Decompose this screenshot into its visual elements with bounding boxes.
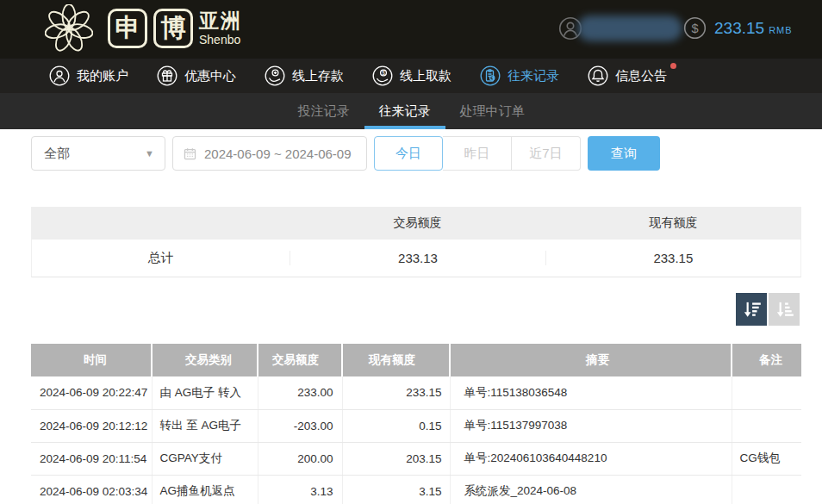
cell-amount: 233.00	[258, 376, 342, 409]
records-icon	[480, 65, 501, 86]
table-header-row: 时间 交易类别 交易额度 现有额度 摘要 备注	[31, 344, 801, 376]
type-select-value: 全部	[44, 146, 70, 162]
user-icon	[49, 65, 70, 86]
table-row: 2024-06-09 20:12:12 转出 至 AG电子 -203.00 0.…	[31, 409, 801, 442]
summary-total-row: 总计 233.13 233.15	[31, 240, 801, 277]
main-nav: 我的账户 优惠中心 线上存款	[0, 59, 822, 93]
yesterday-button[interactable]: 昨日	[443, 136, 512, 171]
nav-my-account[interactable]: 我的账户	[49, 65, 128, 86]
balance-amount: 233.15	[714, 19, 764, 38]
withdraw-icon: $	[372, 65, 393, 86]
col-balance: 现有额度	[342, 344, 450, 376]
cell-summary: 单号:115137997038	[450, 409, 732, 442]
cell-summary: 单号:202406103640448210	[450, 442, 732, 475]
nav-label: 往来记录	[508, 68, 559, 84]
search-button[interactable]: 查询	[588, 136, 660, 171]
today-button[interactable]: 今日	[374, 136, 443, 171]
type-select[interactable]: 全部 ▼	[31, 136, 165, 171]
logo-region-text: 亚洲	[199, 11, 242, 31]
cell-time: 2024-06-09 20:12:12	[31, 409, 152, 442]
chevron-down-icon: ▼	[145, 148, 154, 159]
cell-summary: 单号:115138036548	[450, 376, 732, 409]
nav-label: 线上存款	[292, 68, 344, 84]
sort-controls	[736, 293, 800, 326]
sub-nav: 投注记录 往来记录 处理中订单	[0, 93, 822, 129]
deposit-icon	[265, 65, 285, 86]
cell-type: 转出 至 AG电子	[152, 409, 258, 442]
nav-withdraw[interactable]: $ 线上取款	[372, 65, 451, 86]
flower-logo-icon	[45, 4, 93, 53]
cell-type: CGPAY支付	[152, 442, 258, 475]
summary-header-trade: 交易额度	[290, 215, 545, 231]
summary-header-balance: 现有额度	[545, 215, 801, 231]
sort-ascending-button[interactable]	[769, 293, 800, 326]
bell-icon	[588, 65, 608, 86]
cell-balance: 203.15	[342, 442, 450, 475]
username-redacted	[577, 16, 682, 41]
balance-currency: RMB	[769, 25, 792, 35]
summary-header-row: 交易额度 现有额度	[31, 207, 801, 240]
nav-label: 信息公告	[615, 68, 667, 84]
user-account[interactable]	[558, 16, 682, 41]
nav-label: 优惠中心	[184, 68, 236, 84]
logo-char-2: 博	[153, 9, 193, 48]
col-note: 备注	[732, 344, 801, 376]
cell-summary: 系统派发_2024-06-08	[450, 475, 732, 504]
table-row: 2024-06-09 20:11:54 CGPAY支付 200.00 203.1…	[31, 442, 801, 475]
cell-amount: 3.13	[258, 475, 342, 504]
summary-table: 交易额度 现有额度 总计 233.13 233.15	[31, 207, 801, 277]
date-range-value: 2024-06-09 ~ 2024-06-09	[204, 146, 352, 161]
cell-balance: 0.15	[342, 409, 450, 442]
cell-amount: -203.00	[258, 409, 342, 442]
summary-trade-total: 233.13	[290, 251, 545, 265]
nav-label: 线上取款	[400, 68, 451, 84]
nav-promotions[interactable]: 优惠中心	[157, 65, 236, 86]
col-time: 时间	[31, 344, 152, 376]
logo-latin-text: Shenbo	[199, 34, 242, 46]
sort-ascending-icon	[773, 298, 795, 320]
cell-time: 2024-06-09 20:22:47	[31, 376, 152, 409]
calendar-icon	[183, 146, 197, 161]
logo-char-1: 申	[108, 9, 147, 48]
gift-icon	[157, 65, 177, 86]
nav-deposit[interactable]: 线上存款	[265, 65, 344, 86]
transactions-table: 时间 交易类别 交易额度 现有额度 摘要 备注 2024-06-09 20:22…	[31, 344, 801, 504]
page: 申 博 亚洲 Shenbo $ 233.15 RMB	[0, 0, 822, 504]
last7days-button[interactable]: 近7日	[512, 136, 581, 171]
balance-display: $ 233.15 RMB	[683, 16, 793, 40]
site-logo[interactable]: 申 博 亚洲 Shenbo	[45, 4, 242, 53]
date-range-input[interactable]: 2024-06-09 ~ 2024-06-09	[172, 136, 367, 171]
cell-note: CG钱包	[732, 442, 801, 475]
filter-bar: 全部 ▼ 2024-06-09 ~ 2024-06-09 今日 昨日 近7日 查…	[0, 129, 822, 207]
notification-dot	[670, 63, 676, 69]
sort-descending-icon	[740, 298, 763, 320]
tab-transaction-records[interactable]: 往来记录	[364, 93, 445, 129]
nav-announcements[interactable]: 信息公告	[588, 65, 667, 86]
col-amount: 交易额度	[258, 344, 342, 376]
svg-text:$: $	[382, 70, 385, 76]
cell-note	[732, 376, 801, 409]
cell-time: 2024-06-09 20:11:54	[31, 442, 152, 475]
dollar-coin-icon: $	[683, 16, 707, 40]
cell-note	[732, 409, 801, 442]
cell-type: AG捕鱼机返点	[152, 475, 258, 504]
svg-text:$: $	[691, 22, 698, 35]
cell-balance: 233.15	[342, 376, 450, 409]
table-row: 2024-06-09 20:22:47 由 AG电子 转入 233.00 233…	[31, 376, 801, 409]
cell-amount: 200.00	[258, 442, 342, 475]
tab-bet-records[interactable]: 投注记录	[283, 93, 364, 129]
cell-type: 由 AG电子 转入	[152, 376, 258, 409]
cell-balance: 3.15	[342, 475, 450, 504]
cell-time: 2024-06-09 02:03:34	[31, 475, 152, 504]
col-summary: 摘要	[450, 344, 732, 376]
cell-note	[732, 475, 801, 504]
quick-date-group: 今日 昨日 近7日	[374, 136, 581, 171]
summary-total-label: 总计	[32, 250, 290, 266]
table-row: 2024-06-09 02:03:34 AG捕鱼机返点 3.13 3.15 系统…	[31, 475, 801, 504]
summary-balance-total: 233.15	[545, 251, 800, 265]
tab-pending-orders[interactable]: 处理中订单	[445, 93, 539, 129]
sort-descending-button[interactable]	[736, 293, 767, 326]
top-bar: 申 博 亚洲 Shenbo $ 233.15 RMB	[0, 0, 822, 59]
col-type: 交易类别	[152, 344, 258, 376]
nav-transactions[interactable]: 往来记录	[480, 65, 559, 86]
